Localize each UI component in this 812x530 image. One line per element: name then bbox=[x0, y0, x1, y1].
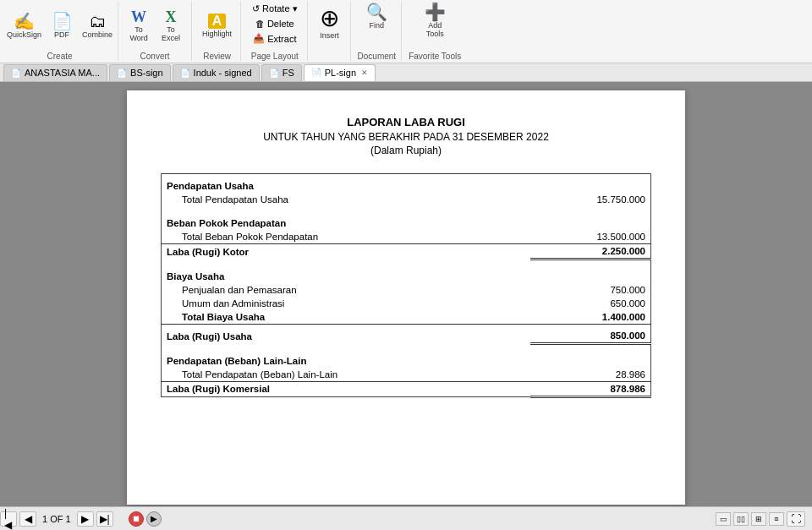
highlight-label: Highlight bbox=[202, 30, 232, 38]
financial-table: Pendapatan Usaha Total Pendapatan Usaha … bbox=[161, 173, 651, 398]
section-label: Pendapatan Usaha bbox=[162, 174, 651, 194]
rotate-button[interactable]: ↺ Rotate ▾ bbox=[248, 2, 301, 16]
play-button[interactable]: ▶ bbox=[146, 511, 162, 527]
combine-icon: 🗂 bbox=[89, 13, 106, 30]
row-amount: 15.750.000 bbox=[530, 193, 651, 206]
pl-sign-tab-label: PL-sign bbox=[325, 68, 356, 78]
tab-pl-sign[interactable]: 📄 PL-sign ✕ bbox=[304, 64, 376, 81]
table-row: Laba (Rugi) Usaha 850.000 bbox=[162, 329, 651, 344]
laba-label: Laba (Rugi) Usaha bbox=[162, 329, 531, 344]
find-label: Find bbox=[370, 21, 385, 30]
pdf-icon: 📄 bbox=[52, 13, 73, 30]
row-amount: 13.500.000 bbox=[530, 230, 651, 244]
insert-icon: ⊕ bbox=[320, 7, 339, 30]
section-label: Beban Pokok Pendapatan bbox=[162, 211, 651, 230]
table-row: Pendapatan (Beban) Lain-Lain bbox=[162, 349, 651, 368]
next-page-button[interactable]: ▶ bbox=[77, 511, 94, 527]
find-icon: 🔍 bbox=[366, 3, 387, 20]
induk-signed-tab-icon: 📄 bbox=[180, 68, 190, 78]
table-row: Pendapatan Usaha bbox=[162, 174, 651, 194]
table-row: Umum dan Administrasi 650.000 bbox=[162, 297, 651, 310]
insert-button[interactable]: ⊕ Insert bbox=[315, 2, 345, 44]
toolbar-group-review: A Highlight Review bbox=[194, 2, 241, 61]
record-button[interactable]: ⏹ bbox=[129, 511, 144, 527]
laba-label: Laba (Rugi) Komersial bbox=[162, 381, 531, 396]
review-group-label: Review bbox=[203, 50, 231, 61]
prev-page-button[interactable]: ◀ bbox=[19, 511, 36, 527]
table-row: Total Pendapatan Usaha 15.750.000 bbox=[162, 193, 651, 206]
last-page-button[interactable]: ▶| bbox=[96, 511, 113, 527]
media-controls: ⏹ ▶ bbox=[129, 511, 162, 527]
laba-amount: 2.250.000 bbox=[530, 244, 651, 260]
tab-fs[interactable]: 📄 FS bbox=[261, 64, 302, 81]
table-row: Total Beban Pokok Pendapatan 13.500.000 bbox=[162, 230, 651, 244]
delete-button[interactable]: 🗑 Delete bbox=[251, 17, 299, 30]
row-amount: 650.000 bbox=[530, 297, 651, 310]
pdf-button[interactable]: 📄 PDF bbox=[47, 11, 77, 41]
add-tools-icon: ➕ bbox=[425, 3, 446, 20]
extract-button[interactable]: 📤 Extract bbox=[249, 31, 300, 46]
table-row: Laba (Rugi) Kotor 2.250.000 bbox=[162, 244, 651, 260]
total-label: Total Biaya Usaha bbox=[162, 310, 531, 325]
table-row: Penjualan dan Pemasaran 750.000 bbox=[162, 283, 651, 297]
quicksign-button[interactable]: ✍ QuickSign bbox=[3, 11, 45, 41]
row-label: Umum dan Administrasi bbox=[162, 297, 531, 310]
navigation-bar: |◀ ◀ 1 OF 1 ▶ ▶| ⏹ ▶ ▭ ▯▯ ⊞ ≡ ⛶ bbox=[0, 506, 812, 530]
combine-button[interactable]: 🗂 Combine bbox=[79, 11, 116, 41]
to-word-button[interactable]: W ToWord bbox=[123, 8, 154, 44]
laba-label: Laba (Rugi) Kotor bbox=[162, 244, 531, 260]
document-title: LAPORAN LABA RUGI bbox=[161, 116, 651, 128]
table-row: Total Pendapatan (Beban) Lain-Lain 28.98… bbox=[162, 368, 651, 382]
view-grid-button[interactable]: ⊞ bbox=[751, 512, 766, 526]
fs-tab-icon: 📄 bbox=[269, 68, 279, 78]
add-tools-label: AddTools bbox=[426, 21, 444, 38]
total-amount: 1.400.000 bbox=[530, 310, 651, 325]
induk-signed-tab-label: Induk - signed bbox=[194, 68, 252, 78]
view-scroll-button[interactable]: ≡ bbox=[769, 512, 784, 526]
combine-label: Combine bbox=[82, 30, 112, 39]
row-label: Total Pendapatan (Beban) Lain-Lain bbox=[162, 368, 531, 382]
tab-induk-signed[interactable]: 📄 Induk - signed bbox=[173, 64, 260, 81]
add-tools-button[interactable]: ➕ AddTools bbox=[420, 2, 450, 40]
toolbar-group-create: ✍ QuickSign 📄 PDF 🗂 Combine Create bbox=[3, 2, 116, 61]
extract-icon: 📤 bbox=[253, 33, 265, 44]
to-excel-button[interactable]: X ToExcel bbox=[156, 8, 186, 44]
to-word-label: ToWord bbox=[129, 25, 147, 42]
table-row: Beban Pokok Pendapatan bbox=[162, 211, 651, 230]
fullscreen-button[interactable]: ⛶ bbox=[787, 511, 805, 527]
delete-icon: 🗑 bbox=[255, 19, 265, 29]
highlight-button[interactable]: A Highlight bbox=[199, 12, 235, 40]
row-amount: 28.986 bbox=[530, 368, 651, 382]
toolbar-group-page-layout: ↺ Rotate ▾ 🗑 Delete 📤 Extract Page Layou… bbox=[243, 2, 307, 61]
quicksign-icon: ✍ bbox=[14, 13, 35, 30]
section-label: Biaya Usaha bbox=[162, 265, 651, 283]
find-button[interactable]: 🔍 Find bbox=[361, 2, 392, 31]
table-row: Biaya Usaha bbox=[162, 265, 651, 283]
anastasia-tab-icon: 📄 bbox=[11, 68, 21, 78]
convert-group-label: Convert bbox=[140, 50, 170, 61]
tab-anastasia[interactable]: 📄 ANASTASIA MA... bbox=[3, 64, 107, 81]
highlight-icon: A bbox=[208, 14, 227, 29]
row-label: Total Beban Pokok Pendapatan bbox=[162, 230, 531, 244]
page-info: 1 OF 1 bbox=[42, 514, 71, 524]
table-row: Total Biaya Usaha 1.400.000 bbox=[162, 310, 651, 325]
view-dual-button[interactable]: ▯▯ bbox=[733, 512, 749, 526]
pl-sign-tab-close[interactable]: ✕ bbox=[361, 68, 368, 77]
row-label: Total Pendapatan Usaha bbox=[162, 193, 531, 206]
toolbar-group-insert: ⊕ Insert . bbox=[310, 2, 351, 61]
tab-bs-sign[interactable]: 📄 BS-sign bbox=[109, 64, 171, 81]
view-single-button[interactable]: ▭ bbox=[716, 512, 731, 526]
pdf-label: PDF bbox=[54, 30, 69, 39]
toolbar-group-document: 🔍 Find Document bbox=[353, 2, 403, 61]
row-amount: 750.000 bbox=[530, 283, 651, 297]
excel-icon: X bbox=[166, 9, 177, 25]
create-group-label: Create bbox=[47, 50, 73, 61]
page-layout-group-label: Page Layout bbox=[251, 50, 299, 61]
laba-amount: 878.986 bbox=[530, 381, 651, 396]
rotate-icon: ↺ bbox=[252, 3, 260, 14]
tabs-bar: 📄 ANASTASIA MA... 📄 BS-sign 📄 Induk - si… bbox=[0, 63, 812, 82]
first-page-button[interactable]: |◀ bbox=[0, 511, 17, 527]
word-icon: W bbox=[131, 9, 146, 25]
bs-sign-tab-label: BS-sign bbox=[130, 68, 163, 78]
to-excel-label: ToExcel bbox=[162, 25, 180, 42]
